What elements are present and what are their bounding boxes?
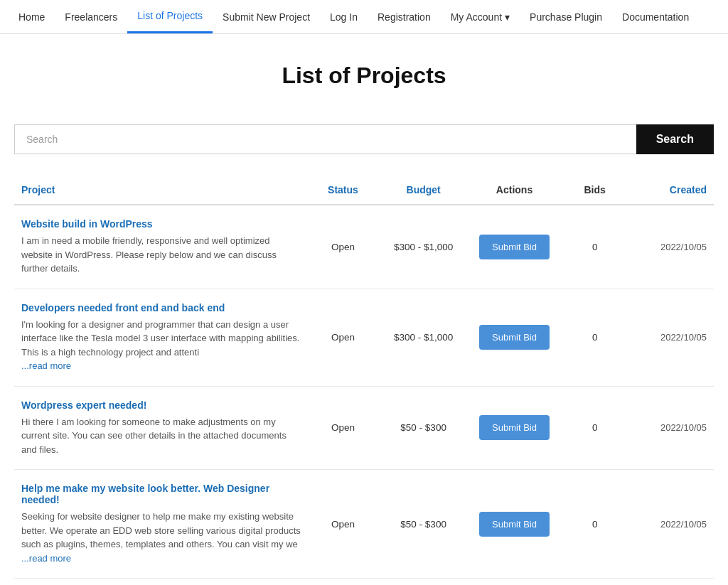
created-date-link[interactable]: 2022/10/05 [660, 332, 707, 343]
nav-documentation[interactable]: Documentation [612, 0, 699, 33]
project-cell: Website build in WordPressI am in need a… [14, 205, 308, 289]
bids-cell: 0 [560, 386, 629, 470]
table-body: Website build in WordPressI am in need a… [14, 205, 714, 579]
actions-cell: Submit Bid [469, 205, 560, 289]
table-row: Wordpress expert needed!Hi there I am lo… [14, 386, 714, 470]
project-description: Seeking for website designer to help me … [21, 511, 301, 564]
project-title-link[interactable]: Wordpress expert needed! [21, 399, 301, 411]
submit-bid-button[interactable]: Submit Bid [479, 235, 550, 259]
status-cell: Open [308, 205, 378, 289]
table-row: Help me make my website look better. Web… [14, 470, 714, 579]
page-title: List of Projects [14, 63, 714, 89]
col-header-budget: Budget [378, 176, 469, 205]
table-header: Project Status Budget Actions Bids Creat… [14, 176, 714, 205]
table-row: Website build in WordPressI am in need a… [14, 205, 714, 289]
submit-bid-button[interactable]: Submit Bid [479, 415, 550, 440]
col-header-created: Created [630, 176, 714, 205]
created-date-link[interactable]: 2022/10/05 [660, 519, 707, 530]
created-cell: 2022/10/05 [630, 289, 714, 386]
col-header-bids: Bids [560, 176, 629, 205]
project-description: I'm looking for a designer and programme… [21, 319, 299, 372]
actions-cell: Submit Bid [469, 386, 560, 470]
search-bar: Search [14, 124, 714, 154]
page-content: List of Projects Search Project Status B… [0, 34, 728, 585]
read-more-link[interactable]: ...read more [21, 360, 71, 371]
table-row: Developers needed front end and back end… [14, 289, 714, 386]
nav-list-of-projects[interactable]: List of Projects [127, 0, 213, 33]
nav-freelancers[interactable]: Freelancers [55, 0, 127, 33]
budget-cell: $50 - $300 [378, 386, 469, 470]
budget-cell: $300 - $1,000 [378, 205, 469, 289]
created-cell: 2022/10/05 [630, 386, 714, 470]
chevron-down-icon: ▾ [505, 11, 510, 23]
project-title-link[interactable]: Developers needed front end and back end [21, 302, 301, 313]
col-header-actions: Actions [469, 176, 560, 205]
project-description: I am in need a mobile friendly, responsi… [21, 235, 277, 274]
project-cell: Wordpress expert needed!Hi there I am lo… [14, 386, 308, 470]
status-cell: Open [308, 470, 378, 579]
created-cell: 2022/10/05 [630, 470, 714, 579]
search-input[interactable] [14, 124, 636, 154]
nav-registration[interactable]: Registration [368, 0, 441, 33]
submit-bid-button[interactable]: Submit Bid [479, 512, 550, 537]
bids-cell: 0 [560, 205, 629, 289]
nav-purchase-plugin[interactable]: Purchase Plugin [520, 0, 612, 33]
col-header-project: Project [14, 176, 308, 205]
project-cell: Developers needed front end and back end… [14, 289, 308, 386]
main-nav: Home Freelancers List of Projects Submit… [0, 0, 728, 34]
submit-bid-button[interactable]: Submit Bid [479, 325, 550, 350]
bids-cell: 0 [560, 470, 629, 579]
nav-home[interactable]: Home [9, 0, 55, 33]
status-cell: Open [308, 386, 378, 470]
budget-cell: $50 - $300 [378, 470, 469, 579]
projects-table: Project Status Budget Actions Bids Creat… [14, 176, 714, 579]
bids-cell: 0 [560, 289, 629, 386]
project-description: Hi there I am looking for someone to mak… [21, 417, 287, 455]
nav-log-in[interactable]: Log In [320, 0, 368, 33]
nav-my-account[interactable]: My Account ▾ [441, 0, 520, 33]
project-title-link[interactable]: Help me make my website look better. Web… [21, 483, 301, 505]
search-button[interactable]: Search [636, 124, 714, 154]
status-cell: Open [308, 289, 378, 386]
project-cell: Help me make my website look better. Web… [14, 470, 308, 579]
actions-cell: Submit Bid [469, 470, 560, 579]
project-title-link[interactable]: Website build in WordPress [21, 218, 301, 230]
nav-submit-new-project[interactable]: Submit New Project [213, 0, 320, 33]
created-date-link[interactable]: 2022/10/05 [660, 422, 707, 433]
created-cell: 2022/10/05 [630, 205, 714, 289]
col-header-status: Status [308, 176, 378, 205]
created-date-link[interactable]: 2022/10/05 [660, 242, 707, 252]
read-more-link[interactable]: ...read more [21, 553, 71, 564]
budget-cell: $300 - $1,000 [378, 289, 469, 386]
actions-cell: Submit Bid [469, 289, 560, 386]
